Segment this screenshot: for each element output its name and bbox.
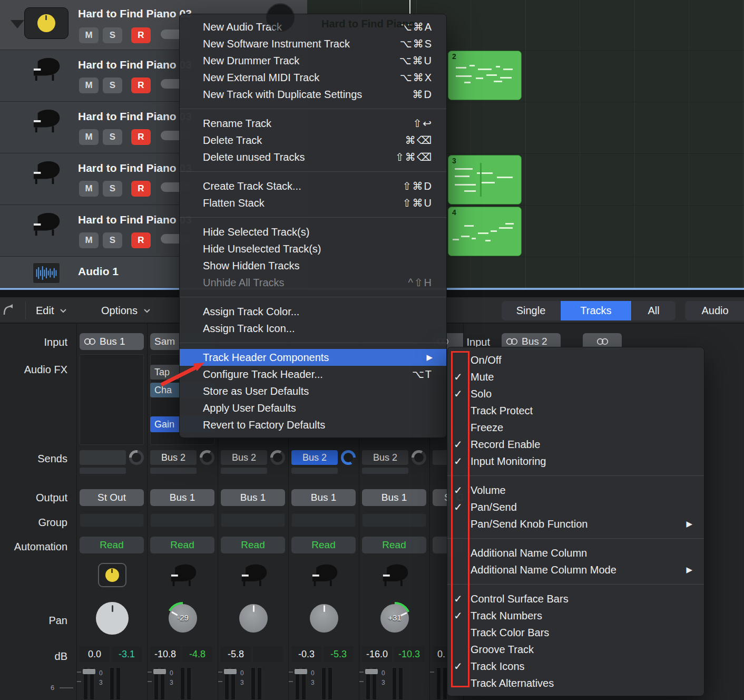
submenu-item-track-numbers[interactable]: ✓Track Numbers — [447, 607, 704, 624]
fader-handle[interactable] — [295, 669, 307, 674]
track-name[interactable]: Hard to Find Piano 03 — [78, 213, 192, 226]
output-slot[interactable]: Bus 1 — [362, 489, 426, 506]
audio-fx-area[interactable] — [80, 354, 144, 445]
automation-mode-button[interactable]: Read — [362, 537, 426, 553]
menu-item-assign-track-color[interactable]: Assign Track Color... — [180, 303, 446, 320]
volume-db-value[interactable]: -5.8 — [221, 646, 251, 662]
send-knob[interactable] — [341, 450, 356, 465]
solo-button[interactable]: S — [103, 27, 122, 43]
fader-handle[interactable] — [224, 669, 237, 674]
send-knob[interactable] — [412, 450, 426, 465]
output-slot[interactable]: Bus 1 — [150, 489, 214, 506]
volume-db-value[interactable]: -16.0 — [362, 646, 392, 662]
record-enable-button[interactable]: R — [131, 181, 151, 197]
group-slot[interactable] — [80, 513, 144, 527]
send-bus-slot[interactable]: Bus 2 — [291, 450, 338, 465]
mute-button[interactable]: M — [79, 232, 99, 248]
volume-db-value[interactable]: -0.3 — [291, 646, 321, 662]
submenu-item-pan-send-knob-function[interactable]: Pan/Send Knob Function▶ — [447, 516, 704, 532]
menu-item-apply-user-defaults[interactable]: Apply User Defaults — [180, 400, 446, 416]
view-audio-button[interactable]: Audio — [685, 301, 744, 320]
menu-item-revert-factory-defaults[interactable]: Revert to Factory Defaults — [180, 416, 446, 433]
pan-knob[interactable]: +31 — [378, 602, 411, 635]
send-slot-empty[interactable] — [150, 468, 197, 474]
automation-mode-button[interactable]: Read — [80, 537, 144, 553]
menu-item-delete-track[interactable]: Delete Track⌘⌫ — [180, 132, 446, 149]
record-enable-button[interactable]: R — [131, 232, 151, 248]
view-all-button[interactable]: All — [631, 301, 676, 320]
submenu-item-track-alternatives[interactable]: Track Alternatives — [447, 675, 704, 692]
menu-item-show-hidden-tracks[interactable]: Show Hidden Tracks — [180, 257, 446, 274]
midi-region[interactable]: 2 — [448, 51, 522, 100]
mute-button[interactable]: M — [79, 129, 99, 145]
submenu-item-track-icons[interactable]: ✓Track Icons — [447, 658, 704, 675]
menu-item-rename-track[interactable]: Rename Track⇧↩ — [180, 115, 446, 132]
submenu-item-mute[interactable]: ✓Mute — [447, 368, 704, 385]
automation-mode-button[interactable]: Read — [150, 537, 214, 553]
automation-mode-button[interactable]: Read — [291, 537, 356, 553]
send-knob[interactable] — [270, 450, 285, 465]
menu-item-new-track-duplicate-settings[interactable]: New Track with Duplicate Settings⌘D — [180, 86, 446, 103]
solo-button[interactable]: S — [103, 129, 122, 145]
record-enable-button[interactable]: R — [131, 77, 151, 93]
submenu-item-additional-name-column[interactable]: Additional Name Column — [447, 545, 704, 561]
fader-track[interactable] — [436, 667, 441, 700]
pan-knob[interactable] — [308, 602, 340, 635]
menu-item-track-header-components[interactable]: Track Header Components▶ — [180, 349, 446, 366]
group-slot[interactable] — [362, 513, 426, 527]
record-enable-button[interactable]: R — [131, 129, 151, 145]
volume-db-value[interactable]: -10.8 — [150, 646, 180, 662]
send-bus-slot[interactable]: Bus 2 — [362, 450, 408, 465]
output-slot[interactable]: Bus 1 — [291, 489, 356, 506]
fader-handle[interactable] — [83, 669, 95, 674]
menu-item-new-software-instrument-track[interactable]: New Software Instrument Track⌥⌘S — [180, 35, 446, 52]
track-name[interactable]: Hard to Find Piano 03 — [78, 162, 192, 174]
submenu-item-additional-name-column-mode[interactable]: Additional Name Column Mode▶ — [447, 561, 704, 578]
submenu-item-pan-send[interactable]: ✓Pan/Send — [447, 499, 704, 516]
submenu-item-record-enable[interactable]: ✓Record Enable — [447, 436, 704, 453]
send-bus-slot[interactable]: Bus 2 — [221, 450, 267, 465]
mute-button[interactable]: M — [79, 77, 99, 93]
solo-button[interactable]: S — [103, 181, 122, 197]
submenu-item-volume[interactable]: ✓Volume — [447, 482, 704, 499]
solo-button[interactable]: S — [103, 232, 122, 248]
stack-knob-button[interactable] — [24, 7, 68, 39]
submenu-item-input-monitoring[interactable]: ✓Input Monitoring — [447, 453, 704, 470]
send-slot[interactable] — [80, 450, 126, 465]
send-slot-empty[interactable] — [80, 468, 126, 474]
track-name[interactable]: Hard to Find Piano 03 — [78, 110, 192, 123]
menu-item-assign-track-icon[interactable]: Assign Track Icon... — [180, 320, 446, 337]
midi-region[interactable]: 4 — [448, 207, 522, 256]
menu-item-hide-selected-tracks[interactable]: Hide Selected Track(s) — [180, 223, 446, 240]
mute-button[interactable]: M — [79, 27, 99, 43]
menu-item-configure-track-header[interactable]: Configure Track Header...⌥T — [180, 366, 446, 383]
mute-button[interactable]: M — [79, 181, 99, 197]
disclosure-triangle-icon[interactable] — [11, 20, 24, 28]
group-slot[interactable] — [150, 513, 214, 527]
view-single-button[interactable]: Single — [502, 301, 560, 320]
track-name[interactable]: Hard to Find Piano 03 — [78, 7, 192, 20]
pan-knob[interactable]: -29 — [167, 602, 199, 635]
menu-item-flatten-stack[interactable]: Flatten Stack⇧⌘U — [180, 195, 446, 211]
automation-mode-button[interactable]: Read — [221, 537, 285, 553]
solo-button[interactable]: S — [103, 77, 122, 93]
submenu-item-track-color-bars[interactable]: Track Color Bars — [447, 624, 704, 641]
track-name[interactable]: Hard to Find Piano 03 — [78, 59, 192, 71]
edit-menu-button[interactable]: Edit — [33, 300, 70, 320]
submenu-item-on-off[interactable]: On/Off — [447, 352, 704, 368]
tool-icon[interactable] — [1, 303, 15, 317]
send-slot-empty[interactable] — [221, 468, 267, 474]
volume-db-value[interactable]: 0.0 — [80, 646, 110, 662]
output-slot[interactable]: Bus 1 — [221, 489, 285, 506]
submenu-item-track-protect[interactable]: Track Protect — [447, 402, 704, 419]
pan-knob[interactable] — [96, 602, 129, 635]
menu-item-delete-unused-tracks[interactable]: Delete unused Tracks⇧⌘⌫ — [180, 149, 446, 166]
submenu-item-control-surface-bars[interactable]: ✓Control Surface Bars — [447, 590, 704, 607]
midi-region[interactable]: 3 — [448, 155, 522, 205]
send-slot-empty[interactable] — [362, 468, 408, 474]
fader-handle[interactable] — [153, 669, 166, 674]
track-name[interactable]: Audio 1 — [78, 265, 119, 278]
menu-item-hide-unselected-tracks[interactable]: Hide Unselected Track(s) — [180, 240, 446, 257]
fader-handle[interactable] — [365, 669, 378, 674]
menu-item-create-track-stack[interactable]: Create Track Stack...⇧⌘D — [180, 178, 446, 195]
